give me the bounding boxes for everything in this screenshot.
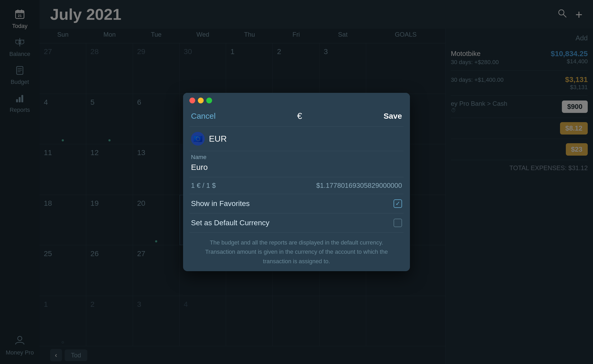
modal-overlay[interactable]: Cancel € Save 🇪🇺 EUR Name Euro 1 € / 1 $… (0, 0, 593, 364)
rate-left: 1 € / 1 $ (191, 181, 216, 190)
modal-symbol: € (297, 111, 302, 121)
modal-default-row[interactable]: Set as Default Currency (183, 213, 410, 232)
favorites-label: Show in Favorites (191, 199, 250, 208)
default-checkbox[interactable] (394, 219, 402, 227)
rate-right: $1.17780169305829000000 (316, 181, 402, 190)
modal-titlebar (183, 93, 410, 108)
window-minimize-button[interactable] (198, 98, 204, 103)
modal-flag-row: 🇪🇺 EUR (183, 127, 410, 151)
flag-icon: 🇪🇺 (191, 132, 205, 146)
modal-favorites-row[interactable]: Show in Favorites (183, 194, 410, 213)
app-container: 21 Today Balance (0, 0, 593, 364)
modal-name-value[interactable]: Euro (191, 163, 402, 172)
currency-code: EUR (209, 134, 227, 144)
window-close-button[interactable] (189, 98, 195, 103)
modal-name-label: Name (191, 154, 402, 161)
modal-info-text: The budget and all the reports are displ… (183, 233, 410, 271)
modal-header: Cancel € Save (183, 108, 410, 126)
modal-rate-row: 1 € / 1 $ $1.17780169305829000000 (183, 177, 410, 194)
window-maximize-button[interactable] (206, 98, 212, 103)
default-label: Set as Default Currency (191, 219, 269, 227)
favorites-checkbox[interactable] (394, 199, 402, 208)
modal-cancel-button[interactable]: Cancel (191, 112, 216, 121)
modal-name-field: Name Euro (183, 151, 410, 177)
modal-save-button[interactable]: Save (384, 112, 402, 121)
currency-modal: Cancel € Save 🇪🇺 EUR Name Euro 1 € / 1 $… (183, 93, 410, 271)
